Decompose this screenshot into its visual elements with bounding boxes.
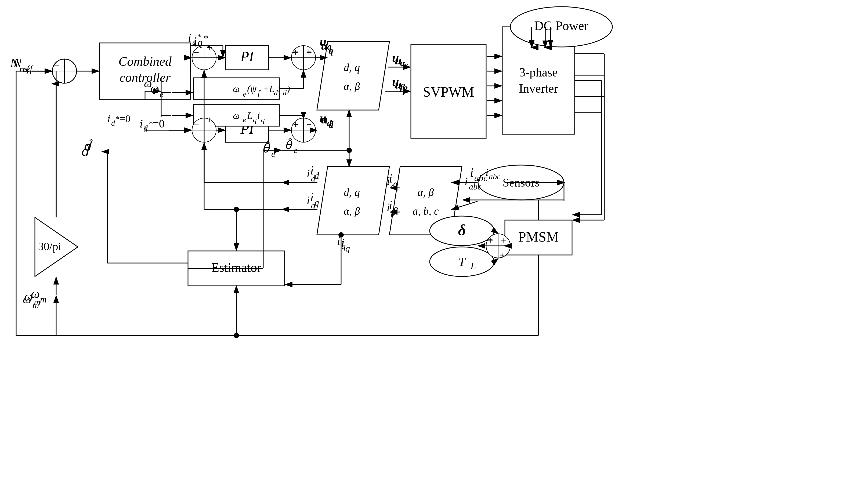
j5-minus-top: −: [306, 119, 311, 130]
feedforward-1-sub: e: [243, 89, 246, 98]
id-lower-sub: d: [311, 174, 316, 183]
dq-ab-lower-label-top: d, q: [344, 186, 360, 198]
gain-label: 30/pi: [38, 240, 61, 252]
u-alpha-main: u: [392, 51, 399, 64]
j4-plus-left: +: [293, 46, 299, 57]
iq-star-main-star: *: [197, 32, 201, 42]
diagram-container: Combined controller PI PI ω e (ψ f +L d …: [0, 0, 868, 496]
dq-ab-upper-label-bot: α, β: [344, 80, 360, 92]
sum-j6-plus2: +: [501, 235, 506, 246]
id-star-main-val: =0: [120, 113, 130, 124]
iabc-main: i: [465, 175, 468, 188]
omega-e-main-sub: e: [153, 84, 157, 94]
id-star-main-sub: d: [111, 119, 115, 127]
iabc-label: i: [470, 166, 473, 179]
feedforward-2-label: ω: [233, 110, 240, 121]
id-star-label: i: [140, 118, 143, 130]
theta-hat-main-label: θ̂: [285, 138, 293, 151]
iabc-arrow-label: i: [486, 166, 488, 178]
pmsm-label: PMSM: [518, 229, 559, 245]
dq-ab-lower-label-bot: α, β: [344, 205, 360, 217]
pi-q-label: PI: [240, 49, 254, 64]
j4-plus-top2: +: [306, 46, 311, 57]
delta-label: δ: [458, 222, 466, 238]
i-alpha-main-sub: α: [391, 181, 396, 191]
feedforward-1-sub3: d: [274, 89, 278, 97]
j6-plus-top: +: [487, 234, 493, 245]
feedforward-1-content: (ψ: [247, 83, 257, 94]
uq-main-label: u: [320, 35, 326, 48]
omega-m-sub: m: [40, 294, 47, 304]
feedforward-2-sub3: q: [261, 115, 265, 124]
sum-j1-plus: +: [67, 55, 73, 66]
u-beta-main-sub: β: [400, 82, 405, 92]
inverter-label1: 3-phase: [519, 65, 558, 79]
dq-ab-lower-block: [317, 166, 390, 235]
theta-hat-main-sub: e: [293, 145, 297, 155]
iq-junction-dot: [234, 207, 239, 212]
id-star-equals: =0: [153, 118, 165, 130]
ab-abc-label-bot: a, b, c: [412, 205, 439, 217]
omega-e-main-label: ω: [144, 77, 152, 90]
u-alpha-main-sub: α: [400, 58, 406, 68]
iq-output-main-sub: q: [341, 241, 346, 251]
omega-m-final: ω: [23, 293, 31, 306]
feedforward-1-sub4: d: [283, 89, 287, 97]
feedforward-1-plus: +L: [263, 83, 274, 94]
estimator-label: Estimator: [211, 260, 262, 275]
nref-main: N: [10, 56, 19, 70]
inverter-label2: Inverter: [519, 82, 558, 95]
id-star-sub: d: [143, 124, 148, 134]
sum-j2-minus: −: [193, 47, 199, 58]
dc-power-label: DC Power: [534, 18, 588, 33]
nref-main-sub: ref: [19, 64, 30, 74]
svpwm-label: SVPWM: [423, 84, 474, 99]
ab-abc-label-top: α, β: [417, 186, 434, 198]
sum-j3-plus: +: [207, 114, 212, 126]
j5-plus-left: +: [293, 119, 299, 130]
j6-plus-bot: +: [500, 250, 505, 261]
iq-lower-main-sub: q: [311, 201, 315, 210]
ud-main-label: u: [320, 111, 326, 125]
feedforward-2-sub2: q: [253, 115, 257, 124]
feedforward-2-sub: e: [243, 115, 246, 124]
omega-e-sub: e: [159, 89, 164, 99]
iq-star-main-label: i: [188, 32, 191, 44]
omega-m-final-sub: m: [32, 300, 39, 310]
iq-star-main-sub: q: [192, 37, 197, 47]
id-lower-label: i: [307, 167, 310, 180]
feedforward-2-l: L: [247, 110, 253, 121]
tl-label: T: [458, 255, 466, 269]
iabc-arrow-sub: abc: [489, 172, 500, 181]
u-beta-main: u: [392, 75, 399, 89]
theta-junction-dot: [347, 148, 352, 153]
sum-j1-minus: −: [54, 60, 59, 72]
id-star-main-label: i: [107, 113, 110, 124]
tl-sub: L: [470, 261, 476, 272]
id-star-main-star: *: [116, 114, 119, 123]
combined-controller-label: Combined: [119, 54, 172, 68]
i-beta-main-sub: β: [391, 207, 395, 217]
sum-j3-minus: −: [193, 119, 199, 130]
ud-main-sub: d: [327, 118, 332, 128]
iq-lower-main: i: [307, 194, 310, 206]
feedforward-1-label: ω: [233, 83, 240, 94]
iabc-main-sub: abc: [469, 182, 481, 191]
iq-star-star: *: [203, 33, 209, 44]
uq-main-sub: q: [327, 42, 332, 51]
iq-output-main: i: [337, 235, 340, 247]
feedforward-2-i: i: [257, 110, 260, 121]
i-beta-main: i: [387, 201, 390, 213]
iq-output-sub: q: [345, 244, 350, 253]
dq-ab-upper-label-top: d, q: [344, 61, 360, 74]
i-alpha-main: i: [387, 175, 390, 187]
